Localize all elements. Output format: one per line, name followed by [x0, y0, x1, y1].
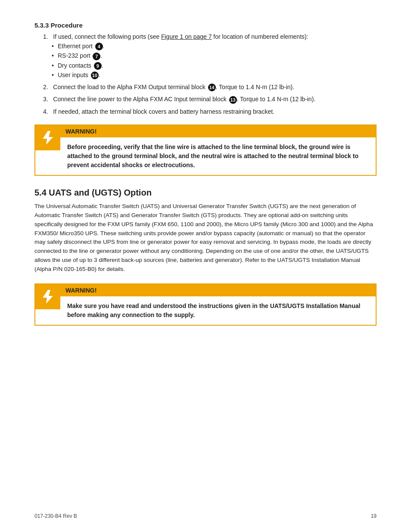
- procedure-step-4: 4. If needed, attach the terminal block …: [34, 108, 377, 115]
- figure-link[interactable]: Figure 1 on page 7: [161, 33, 212, 40]
- warning-body-1: Before proceeding, verify that the line …: [60, 137, 376, 175]
- bullet-dry-contacts-text: Dry contacts: [58, 62, 93, 69]
- step3-text: Connect the line power to the Alpha FXM …: [53, 96, 226, 103]
- footer-right: 19: [371, 513, 377, 519]
- warning-content-1: WARNING! Before proceeding, verify that …: [60, 125, 376, 175]
- bullet-dry-contacts: Dry contacts 9.: [52, 62, 377, 70]
- procedure-step-3: 3. Connect the line power to the Alpha F…: [34, 96, 377, 103]
- bullet-rs232-period: .: [100, 52, 102, 59]
- procedure-step-2: 2. Connect the load to the Alpha FXM Out…: [34, 84, 377, 91]
- badge-4: 4: [95, 43, 103, 50]
- step2-text: Connect the load to the Alpha FXM Output…: [53, 84, 205, 90]
- svg-marker-0: [43, 131, 53, 145]
- warning-title-1: WARNING!: [60, 125, 376, 137]
- badge-13: 13: [229, 96, 237, 104]
- step4-text: If needed, attach the terminal block cov…: [53, 108, 274, 115]
- bullet-ethernet: Ethernet port 4.: [52, 43, 377, 50]
- bullet-dry-period: .: [102, 62, 103, 69]
- badge-7: 7: [93, 53, 100, 60]
- bullet-rs232-text: RS-232 port: [58, 52, 92, 59]
- procedure-list: 1. If used, connect the following ports …: [34, 33, 377, 115]
- badge-14: 14: [208, 84, 216, 91]
- lightning-icon: [40, 289, 56, 305]
- badge-10: 10: [91, 72, 99, 79]
- warning-body-2: Make sure you have read and understood t…: [60, 296, 376, 325]
- page-content: 5.3.3 Procedure 1. If used, connect the …: [0, 0, 411, 361]
- footer-left: 017-230-B4 Rev B: [34, 513, 77, 519]
- warning-icon-col-2: [35, 284, 60, 309]
- bullet-ethernet-text: Ethernet port: [58, 43, 94, 50]
- bullet-ethernet-period: .: [103, 43, 105, 50]
- bullet-user-inputs-text: User inputs: [58, 72, 90, 78]
- section-54-title: 5.4 UATS and (UGTS) Option: [34, 188, 377, 198]
- lightning-icon: [40, 130, 56, 146]
- section-54: 5.4 UATS and (UGTS) Option The Universal…: [34, 188, 377, 274]
- warning-title-2: WARNING!: [60, 284, 376, 296]
- bullet-user-period: .: [99, 72, 100, 78]
- warning-box-2: WARNING! Make sure you have read and und…: [34, 283, 377, 326]
- procedure-step-1: 1. If used, connect the following ports …: [34, 33, 377, 79]
- step3-end: . Torque to 1.4 N-m (12 lb-in).: [237, 96, 316, 103]
- svg-marker-1: [43, 290, 53, 304]
- page-footer: 017-230-B4 Rev B 19: [34, 513, 377, 519]
- step1-text2: for location of numbered elements):: [212, 33, 308, 40]
- section-533-title: 5.3.3 Procedure: [34, 22, 377, 29]
- step2-end: . Torque to 1.4 N-m (12 lb-in).: [216, 84, 295, 90]
- bullet-rs232: RS-232 port 7.: [52, 52, 377, 60]
- badge-9: 9: [94, 62, 102, 70]
- section-54-body: The Universal Automatic Transfer Switch …: [34, 202, 377, 274]
- step1-text: If used, connect the following ports (se…: [53, 33, 161, 40]
- bullet-user-inputs: User inputs 10.: [52, 72, 377, 79]
- warning-box-1: WARNING! Before proceeding, verify that …: [34, 124, 377, 176]
- port-bullet-list: Ethernet port 4. RS-232 port 7. Dry cont…: [52, 43, 377, 79]
- warning-content-2: WARNING! Make sure you have read and und…: [60, 284, 376, 325]
- warning-icon-col-1: [35, 125, 60, 150]
